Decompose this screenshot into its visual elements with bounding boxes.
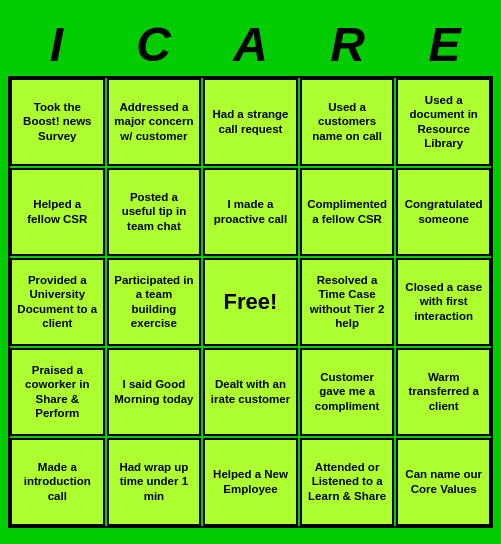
bingo-cell-18[interactable]: Customer gave me a compliment xyxy=(300,348,395,436)
bingo-grid: Took the Boost! news SurveyAddressed a m… xyxy=(8,76,493,528)
bingo-cell-20[interactable]: Made a introduction call xyxy=(10,438,105,526)
bingo-cell-21[interactable]: Had wrap up time under 1 min xyxy=(107,438,202,526)
header-letter-r: R xyxy=(304,17,392,72)
header-row: I C A R E xyxy=(8,17,493,72)
bingo-cell-2[interactable]: Had a strange call request xyxy=(203,78,298,166)
bingo-cell-11[interactable]: Participated in a team building exercise xyxy=(107,258,202,346)
bingo-cell-4[interactable]: Used a document in Resource Library xyxy=(396,78,491,166)
bingo-cell-3[interactable]: Used a customers name on call xyxy=(300,78,395,166)
bingo-cell-9[interactable]: Congratulated someone xyxy=(396,168,491,256)
bingo-cell-23[interactable]: Attended or Listened to a Learn & Share xyxy=(300,438,395,526)
bingo-cell-13[interactable]: Resolved a Time Case without Tier 2 help xyxy=(300,258,395,346)
bingo-cell-15[interactable]: Praised a coworker in Share & Perform xyxy=(10,348,105,436)
bingo-cell-24[interactable]: Can name our Core Values xyxy=(396,438,491,526)
bingo-card: I C A R E Took the Boost! news SurveyAdd… xyxy=(0,9,501,536)
bingo-cell-14[interactable]: Closed a case with first interaction xyxy=(396,258,491,346)
bingo-cell-12[interactable]: Free! xyxy=(203,258,298,346)
bingo-cell-16[interactable]: I said Good Morning today xyxy=(107,348,202,436)
bingo-cell-17[interactable]: Dealt with an irate customer xyxy=(203,348,298,436)
bingo-cell-19[interactable]: Warm transferred a client xyxy=(396,348,491,436)
bingo-cell-5[interactable]: Helped a fellow CSR xyxy=(10,168,105,256)
bingo-cell-6[interactable]: Posted a useful tip in team chat xyxy=(107,168,202,256)
header-letter-a: A xyxy=(207,17,295,72)
header-letter-i: I xyxy=(13,17,101,72)
header-letter-c: C xyxy=(110,17,198,72)
bingo-cell-1[interactable]: Addressed a major concern w/ customer xyxy=(107,78,202,166)
bingo-cell-7[interactable]: I made a proactive call xyxy=(203,168,298,256)
bingo-cell-10[interactable]: Provided a University Document to a clie… xyxy=(10,258,105,346)
bingo-cell-0[interactable]: Took the Boost! news Survey xyxy=(10,78,105,166)
header-letter-e: E xyxy=(401,17,489,72)
bingo-cell-22[interactable]: Helped a New Employee xyxy=(203,438,298,526)
bingo-cell-8[interactable]: Complimented a fellow CSR xyxy=(300,168,395,256)
